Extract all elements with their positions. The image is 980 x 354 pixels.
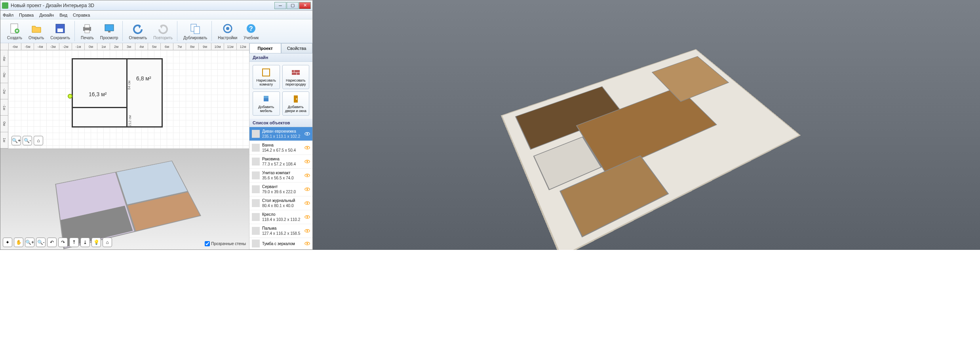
transparent-walls-input[interactable] (205, 241, 210, 246)
svg-point-38 (306, 243, 308, 244)
draw-wall-button[interactable]: Нарисовать перегородку (282, 65, 310, 89)
light-button[interactable]: 💡 (91, 238, 101, 247)
object-dimensions: 154.2 x 67.5 x 50.4 (262, 148, 302, 153)
tutorial-button[interactable]: ?Учебник (241, 21, 261, 41)
menu-edit[interactable]: Правка (19, 13, 34, 17)
visibility-eye-icon[interactable] (304, 159, 310, 164)
redo-icon (157, 22, 169, 35)
svg-rect-7 (105, 25, 114, 31)
duplicate-icon (189, 22, 202, 35)
menu-file[interactable]: Файл (3, 13, 13, 17)
visibility-eye-icon[interactable] (304, 173, 310, 178)
tab-project[interactable]: Проект (249, 43, 281, 53)
object-list-item[interactable]: Тумба с зеркалом (249, 238, 312, 249)
zoom-out-3d-button[interactable]: 🔍- (36, 238, 46, 247)
home-view-button[interactable]: ⌂ (34, 136, 43, 145)
3d-render-image (313, 0, 980, 250)
preview-button[interactable]: Просмотр (97, 21, 121, 41)
section-objects-title: Список объектов (249, 119, 312, 127)
object-name: Диван еврокнижка (262, 129, 302, 134)
floorplan-canvas[interactable]: 16,3 м² 6,8 м² 84 см 212 см 🔍+ 🔍- ⌂ (8, 50, 249, 148)
add-furniture-button[interactable]: Добавить мебель (253, 91, 280, 116)
svg-point-36 (306, 230, 308, 232)
visibility-eye-icon[interactable] (304, 214, 310, 220)
camera-marker-icon[interactable] (68, 94, 72, 99)
menu-help[interactable]: Справка (73, 13, 90, 17)
svg-rect-3 (57, 29, 63, 32)
tab-properties[interactable]: Свойства (281, 43, 313, 53)
object-list-item[interactable]: Сервант79.0 x 39.6 x 222.0 (249, 183, 312, 196)
ruler-mark: -3м (46, 43, 59, 50)
object-thumb-icon (252, 130, 260, 138)
object-list-item[interactable]: Пальма127.4 x 116.2 x 158.5 (249, 224, 312, 238)
svg-rect-10 (194, 27, 200, 34)
pan-button[interactable]: ✋ (14, 238, 23, 247)
visibility-eye-icon[interactable] (304, 145, 310, 150)
home-3d-button[interactable]: ⌂ (103, 238, 112, 247)
object-list-item[interactable]: Диван еврокнижка235.1 x 113.1 x 102.2 (249, 127, 312, 141)
object-dimensions: 79.0 x 39.6 x 222.0 (262, 189, 302, 194)
menu-design[interactable]: Дизайн (39, 13, 54, 17)
ruler-mark: 1м (97, 43, 110, 50)
visibility-eye-icon[interactable] (304, 228, 310, 234)
object-list-item[interactable]: Унитаз компакт35.6 x 56.5 x 74.0 (249, 169, 312, 183)
create-button[interactable]: Создать (4, 21, 25, 41)
undo-button[interactable]: Отменить (126, 21, 150, 41)
zoom-in-button[interactable]: 🔍+ (11, 136, 21, 145)
object-list-item[interactable]: Ванна154.2 x 67.5 x 50.4 (249, 141, 312, 155)
tilt-down-button[interactable]: ⤓ (80, 238, 90, 247)
rotate-right-button[interactable]: ↷ (58, 238, 68, 247)
svg-rect-6 (85, 30, 89, 33)
3d-preview[interactable]: ✦ ✋ 🔍+ 🔍- ↶ ↷ ⤒ ⤓ 💡 ⌂ Прозрачные стены (0, 148, 249, 249)
object-list[interactable]: Диван еврокнижка235.1 x 113.1 x 102.2Ван… (249, 127, 312, 249)
svg-point-12 (226, 27, 229, 30)
visibility-eye-icon[interactable] (304, 187, 310, 192)
render-button[interactable]: ✦ (3, 238, 12, 247)
object-name: Пальма (262, 226, 302, 231)
object-list-item[interactable]: Раковина77.3 x 57.2 x 108.4 (249, 155, 312, 169)
main-area: -6м-5м-4м-3м-2м-1м0м1м2м3м4м5м6м7м8м9м10… (0, 43, 312, 249)
tilt-up-button[interactable]: ⤒ (69, 238, 79, 247)
save-button[interactable]: Сохранить (48, 21, 73, 41)
object-dimensions: 80.4 x 80.1 x 40.0 (262, 203, 302, 208)
draw-room-button[interactable]: Нарисовать комнату (253, 65, 280, 89)
section-design-title: Дизайн (249, 53, 312, 62)
minimize-button[interactable]: ─ (274, 2, 286, 9)
open-button[interactable]: Открыть (26, 21, 47, 41)
ruler-mark: 6м (160, 43, 173, 50)
object-name: Унитаз компакт (262, 170, 302, 175)
interior-wall[interactable] (126, 59, 127, 126)
transparent-walls-checkbox[interactable]: Прозрачные стены (205, 241, 246, 246)
close-button[interactable]: ✕ (299, 2, 311, 9)
svg-point-20 (296, 99, 297, 100)
settings-button[interactable]: Настройки (215, 21, 240, 41)
svg-point-32 (306, 202, 308, 204)
dimension-label-2: 212 см (128, 115, 132, 126)
toolbar: Создать Открыть Сохранить Печать Просмот… (0, 19, 312, 43)
menu-view[interactable]: Вид (59, 13, 67, 17)
ruler-mark: -6м (8, 43, 21, 50)
wall-icon (291, 68, 301, 77)
svg-point-24 (306, 147, 308, 148)
object-name: Раковина (262, 156, 302, 162)
ruler-mark: -4м (0, 50, 8, 67)
rotate-left-button[interactable]: ↶ (47, 238, 57, 247)
room-outline[interactable]: 16,3 м² 6,8 м² 84 см 212 см (72, 58, 163, 128)
gear-icon (221, 22, 234, 35)
room-area-label-2: 6,8 м² (136, 75, 151, 82)
interior-wall-2[interactable] (73, 107, 126, 108)
zoom-out-button[interactable]: 🔍- (23, 136, 32, 145)
visibility-eye-icon[interactable] (304, 131, 310, 137)
visibility-eye-icon[interactable] (304, 200, 310, 206)
add-door-button[interactable]: Добавить двери и окна (282, 91, 310, 116)
redo-button[interactable]: Повторить (150, 21, 175, 41)
zoom-in-3d-button[interactable]: 🔍+ (25, 238, 34, 247)
duplicate-button[interactable]: Дублировать (181, 21, 210, 41)
print-button[interactable]: Печать (78, 21, 97, 41)
ruler-mark: 9м (198, 43, 211, 50)
maximize-button[interactable]: ▢ (287, 2, 299, 9)
object-list-item[interactable]: Кресло118.4 x 103.2 x 110.2 (249, 210, 312, 224)
visibility-eye-icon[interactable] (304, 241, 310, 246)
object-name: Сервант (262, 184, 302, 189)
object-list-item[interactable]: Стол журнальный80.4 x 80.1 x 40.0 (249, 196, 312, 210)
